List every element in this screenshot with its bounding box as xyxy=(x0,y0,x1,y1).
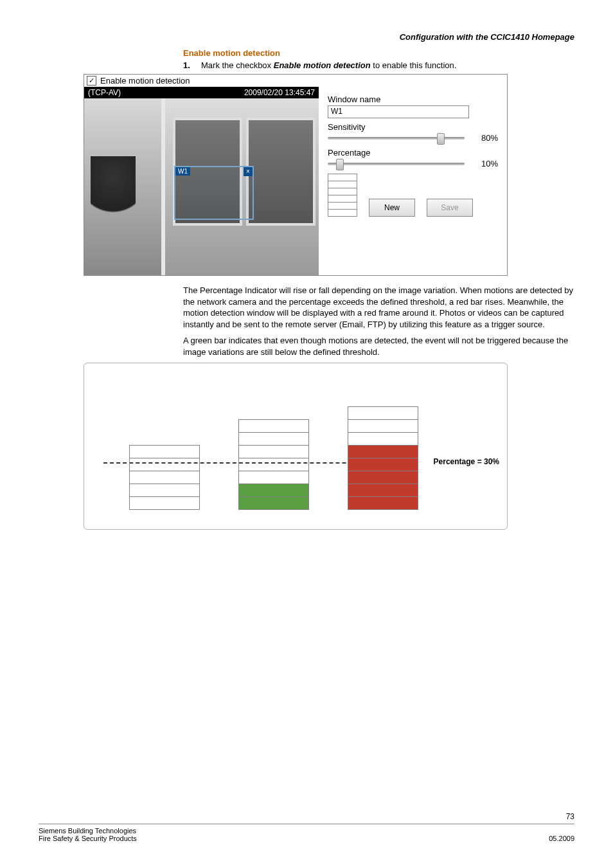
document-page: Configuration with the CCIC1410 Homepage… xyxy=(0,0,613,868)
footer-rule xyxy=(39,824,574,824)
enable-motion-checkbox[interactable]: ✓ xyxy=(87,76,96,86)
footer-row-2: Fire Safety & Security Products 05.2009 xyxy=(39,835,574,842)
bar-cell xyxy=(129,445,200,458)
indicator-cell xyxy=(328,174,357,181)
indicator-cell xyxy=(328,181,357,188)
window-name-label: Window name xyxy=(328,95,498,104)
sensitivity-thumb[interactable] xyxy=(437,133,445,145)
bar-cell xyxy=(348,419,418,433)
sensitivity-slider[interactable] xyxy=(328,137,465,140)
video-osd-left: (TCP-AV) xyxy=(88,88,121,97)
indicator-cell xyxy=(328,210,357,216)
page-header: Configuration with the CCIC1410 Homepage xyxy=(39,32,574,42)
sensitivity-value: 80% xyxy=(472,133,498,143)
indicator-cell xyxy=(328,195,357,203)
step-text-post: to enable this function. xyxy=(371,60,457,70)
motion-detection-screenshot: ✓ Enable motion detection (TCP-AV) 2009/… xyxy=(84,74,508,276)
controls-panel: Window name W1 Sensitivity 80% Percentag… xyxy=(319,87,507,275)
bars-row xyxy=(129,383,494,510)
bar-cell xyxy=(238,458,309,471)
bar-column xyxy=(348,381,418,510)
door-glass-right xyxy=(246,118,315,226)
percentage-thumb[interactable] xyxy=(336,159,344,170)
video-panel: (TCP-AV) 2009/02/20 13:45:47 W1 × xyxy=(84,87,319,275)
bar-cell xyxy=(348,432,418,446)
step-text: Mark the checkbox Enable motion detectio… xyxy=(201,60,574,70)
save-button[interactable]: Save xyxy=(427,199,473,217)
paragraph-block: The Percentage Indicator will rise or fa… xyxy=(183,285,574,357)
enable-motion-label: Enable motion detection xyxy=(100,76,190,86)
bar-cell xyxy=(238,445,309,458)
bar-cell xyxy=(129,458,200,471)
content-indent: Enable motion detection 1. Mark the chec… xyxy=(183,48,574,70)
percentage-slider-row: 10% xyxy=(328,159,498,168)
checkbox-row: ✓ Enable motion detection xyxy=(84,75,507,87)
section-title: Enable motion detection xyxy=(183,48,574,58)
indicator-button-row: New Save xyxy=(328,174,498,217)
percentage-label: Percentage xyxy=(328,148,498,158)
page-number: 73 xyxy=(39,812,574,821)
bar-cell xyxy=(129,496,200,510)
percentage-slider[interactable] xyxy=(328,163,465,165)
indicator-cell xyxy=(328,188,357,195)
bar-column xyxy=(238,381,309,510)
page-footer: 73 Siemens Building Technologies Fire Sa… xyxy=(39,812,574,842)
bar-cell xyxy=(348,458,418,471)
close-icon[interactable]: × xyxy=(244,167,253,176)
indicator-cell xyxy=(328,203,357,210)
bar-column xyxy=(129,381,200,510)
bar-cell xyxy=(238,484,309,497)
percentage-value: 10% xyxy=(472,159,498,168)
bar-cell xyxy=(129,484,200,497)
bar-cell xyxy=(129,471,200,484)
bar-cell xyxy=(238,496,309,510)
step-row: 1. Mark the checkbox Enable motion detec… xyxy=(183,60,574,70)
paragraph-2: A green bar indicates that even though m… xyxy=(183,335,574,357)
sensitivity-label: Sensitivity xyxy=(328,122,498,132)
bar-cell xyxy=(348,406,418,420)
new-button[interactable]: New xyxy=(369,199,415,217)
bar-cell xyxy=(348,471,418,484)
video-osd-timestamp: 2009/02/20 13:45:47 xyxy=(244,88,315,97)
step-text-bold: Enable motion detection xyxy=(274,60,371,70)
step-number: 1. xyxy=(183,60,201,70)
bar-cell xyxy=(238,471,309,484)
motion-window-title: W1 xyxy=(175,167,190,176)
step-text-pre: Mark the checkbox xyxy=(201,60,274,70)
motion-window[interactable]: W1 × xyxy=(174,166,254,220)
window-name-input[interactable]: W1 xyxy=(328,105,469,118)
plant-graphic xyxy=(91,156,136,259)
bar-cell xyxy=(348,484,418,497)
paragraph-1: The Percentage Indicator will rise or fa… xyxy=(183,285,574,330)
footer-row-1: Siemens Building Technologies xyxy=(39,827,574,835)
screenshot-body: (TCP-AV) 2009/02/20 13:45:47 W1 × Wi xyxy=(84,87,507,275)
bar-cell xyxy=(348,496,418,510)
bar-cell xyxy=(238,432,309,446)
percentage-indicator xyxy=(328,174,357,217)
video-preview[interactable]: W1 × xyxy=(84,98,319,275)
sensitivity-slider-row: 80% xyxy=(328,133,498,143)
footer-left-2: Fire Safety & Security Products xyxy=(39,835,137,842)
footer-right-2: 05.2009 xyxy=(549,835,574,842)
bar-cell xyxy=(238,419,309,433)
threshold-diagram: Percentage = 30% xyxy=(84,363,508,530)
footer-left-1: Siemens Building Technologies xyxy=(39,827,136,835)
bar-cell xyxy=(348,445,418,458)
video-osd-bar: (TCP-AV) 2009/02/20 13:45:47 xyxy=(84,87,319,98)
